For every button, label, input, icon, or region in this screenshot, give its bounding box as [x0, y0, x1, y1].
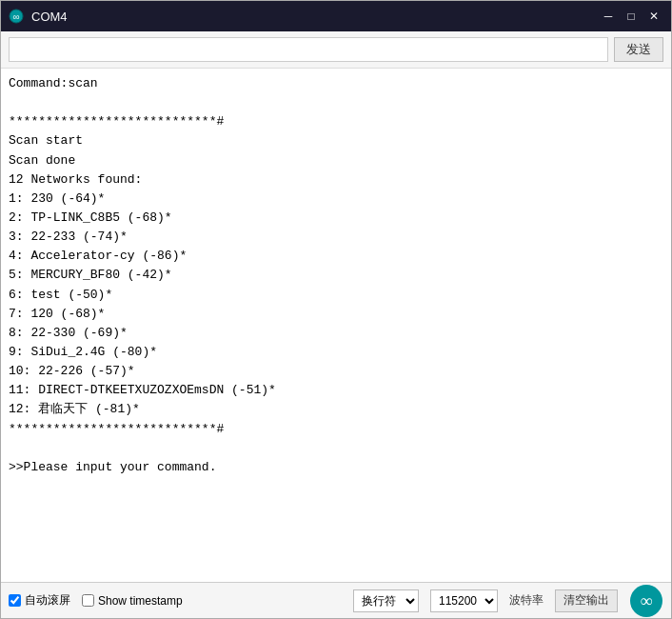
- terminal-output: Command:scan ***************************…: [1, 69, 671, 582]
- status-bar: 自动滚屏 Show timestamp 换行符 无行尾 CR LF CR+LF …: [1, 582, 671, 618]
- window-controls: ─ □ ✕: [599, 7, 663, 26]
- line-ending-select[interactable]: 换行符 无行尾 CR LF CR+LF: [353, 589, 419, 612]
- clear-button[interactable]: 清空输出: [555, 589, 618, 612]
- window-icon: ∞: [9, 9, 24, 24]
- arduino-logo: ∞: [629, 584, 663, 618]
- terminal-line: 5: MERCURY_BF80 (-42)*: [9, 266, 663, 285]
- terminal-line: 6: test (-50)*: [9, 286, 663, 305]
- auto-scroll-checkbox[interactable]: [9, 594, 21, 607]
- terminal-line: >>Please input your command.: [9, 458, 663, 477]
- terminal-content: Command:scan ***************************…: [9, 74, 663, 477]
- terminal-line: Command:scan: [9, 74, 663, 93]
- close-button[interactable]: ✕: [644, 7, 663, 26]
- terminal-line: 3: 22-233 (-74)*: [9, 228, 663, 247]
- title-bar: ∞ COM4 ─ □ ✕: [1, 1, 671, 31]
- input-bar: 发送: [1, 31, 671, 69]
- terminal-line: [9, 93, 663, 112]
- timestamp-checkbox[interactable]: [82, 594, 94, 607]
- terminal-line: 8: 22-330 (-69)*: [9, 324, 663, 343]
- auto-scroll-checkbox-label[interactable]: 自动滚屏: [9, 592, 70, 609]
- svg-text:∞: ∞: [12, 11, 19, 22]
- auto-scroll-label: 自动滚屏: [25, 592, 70, 609]
- timestamp-label: Show timestamp: [98, 594, 183, 608]
- terminal-line: 4: Accelerator-cy (-86)*: [9, 247, 663, 266]
- terminal-line: [9, 439, 663, 458]
- timestamp-checkbox-label[interactable]: Show timestamp: [82, 594, 183, 608]
- main-window: ∞ COM4 ─ □ ✕ 发送 Command:scan ***********…: [0, 0, 672, 619]
- terminal-line: 11: DIRECT-DTKEETXUZOZXOEmsDN (-51)*: [9, 381, 663, 400]
- terminal-line: Scan done: [9, 151, 663, 170]
- minimize-button[interactable]: ─: [599, 7, 618, 26]
- terminal-line: ****************************#: [9, 420, 663, 439]
- command-input[interactable]: [9, 37, 608, 62]
- terminal-line: 7: 120 (-68)*: [9, 305, 663, 324]
- maximize-button[interactable]: □: [622, 7, 641, 26]
- baud-rate-label: 波特率: [509, 592, 544, 609]
- terminal-line: 1: 230 (-64)*: [9, 190, 663, 209]
- terminal-line: 10: 22-226 (-57)*: [9, 362, 663, 381]
- terminal-line: 9: SiDui_2.4G (-80)*: [9, 343, 663, 362]
- svg-text:∞: ∞: [641, 591, 653, 610]
- terminal-line: 12 Networks found:: [9, 170, 663, 190]
- terminal-line: ****************************#: [9, 112, 663, 131]
- terminal-line: 2: TP-LINK_C8B5 (-68)*: [9, 209, 663, 228]
- terminal-line: Scan start: [9, 131, 663, 150]
- terminal-line: 12: 君临天下 (-81)*: [9, 400, 663, 419]
- window-title: COM4: [31, 10, 599, 24]
- baud-rate-select[interactable]: 300 1200 2400 4800 9600 19200 38400 5760…: [430, 589, 498, 612]
- send-button[interactable]: 发送: [614, 37, 663, 62]
